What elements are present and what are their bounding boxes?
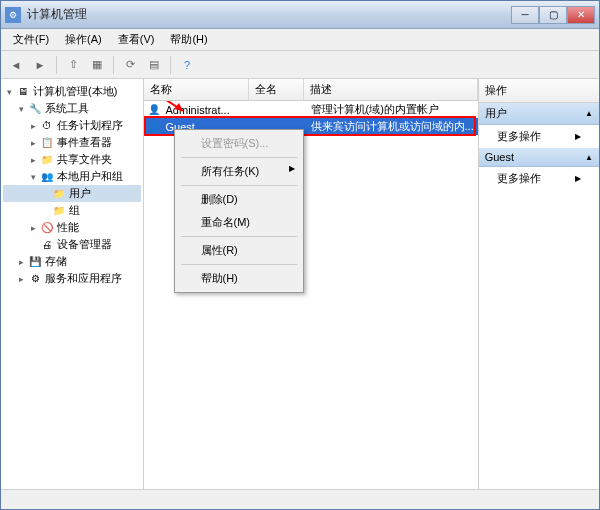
- maximize-button[interactable]: ▢: [539, 6, 567, 24]
- storage-icon: 💾: [27, 255, 43, 269]
- actions-group-guest[interactable]: Guest▲: [479, 148, 599, 167]
- actions-more-2[interactable]: 更多操作▶: [479, 167, 599, 190]
- list-header: 名称 全名 描述: [144, 79, 478, 101]
- chevron-right-icon: ▶: [575, 174, 581, 183]
- list-body[interactable]: 👤 Administrat... 管理计算机(域)的内置帐户 👤 Guest 供…: [144, 101, 478, 489]
- collapse-icon: ▲: [585, 153, 593, 162]
- tree-services[interactable]: ▸⚙服务和应用程序: [3, 270, 141, 287]
- refresh-button[interactable]: ⟳: [119, 54, 141, 76]
- perf-icon: 🚫: [39, 221, 55, 235]
- menu-help[interactable]: 帮助(H): [162, 30, 215, 49]
- tree-device-manager[interactable]: 🖨设备管理器: [3, 236, 141, 253]
- ctx-rename[interactable]: 重命名(M): [177, 211, 301, 234]
- tree-groups[interactable]: 📁组: [3, 202, 141, 219]
- toolbar: ◄ ► ⇧ ▦ ⟳ ▤ ?: [1, 51, 599, 79]
- menu-action[interactable]: 操作(A): [57, 30, 110, 49]
- menu-view[interactable]: 查看(V): [110, 30, 163, 49]
- help-button[interactable]: ?: [176, 54, 198, 76]
- body-panes: ▾🖥计算机管理(本地) ▾🔧系统工具 ▸⏱任务计划程序 ▸📋事件查看器 ▸📁共享…: [1, 79, 599, 489]
- chevron-right-icon: ▶: [575, 132, 581, 141]
- close-button[interactable]: ✕: [567, 6, 595, 24]
- toolbar-separator: [113, 56, 114, 74]
- ctx-separator: [181, 157, 297, 158]
- ctx-separator: [181, 264, 297, 265]
- tree-performance[interactable]: ▸🚫性能: [3, 219, 141, 236]
- ctx-delete[interactable]: 删除(D): [177, 188, 301, 211]
- ctx-all-tasks[interactable]: 所有任务(K)▶: [177, 160, 301, 183]
- clock-icon: ⏱: [39, 119, 55, 133]
- ctx-properties[interactable]: 属性(R): [177, 239, 301, 262]
- col-desc[interactable]: 描述: [304, 79, 478, 100]
- ctx-set-password[interactable]: 设置密码(S)...: [177, 132, 301, 155]
- app-icon: ⚙: [5, 7, 21, 23]
- ctx-help[interactable]: 帮助(H): [177, 267, 301, 290]
- tree-local-users[interactable]: ▾👥本地用户和组: [3, 168, 141, 185]
- users-icon: 👥: [39, 170, 55, 184]
- minimize-button[interactable]: ─: [511, 6, 539, 24]
- tree-task-scheduler[interactable]: ▸⏱任务计划程序: [3, 117, 141, 134]
- menu-file[interactable]: 文件(F): [5, 30, 57, 49]
- tree-root[interactable]: ▾🖥计算机管理(本地): [3, 83, 141, 100]
- forward-button[interactable]: ►: [29, 54, 51, 76]
- tree-event-viewer[interactable]: ▸📋事件查看器: [3, 134, 141, 151]
- col-name[interactable]: 名称: [144, 79, 249, 100]
- col-fullname[interactable]: 全名: [249, 79, 304, 100]
- toolbar-separator: [170, 56, 171, 74]
- ctx-separator: [181, 185, 297, 186]
- up-button[interactable]: ⇧: [62, 54, 84, 76]
- export-button[interactable]: ▤: [143, 54, 165, 76]
- ctx-separator: [181, 236, 297, 237]
- list-pane: 名称 全名 描述 👤 Administrat... 管理计算机(域)的内置帐户 …: [144, 79, 479, 489]
- folder-icon: 📁: [51, 204, 67, 218]
- tree-shared-folders[interactable]: ▸📁共享文件夹: [3, 151, 141, 168]
- actions-pane: 操作 用户▲ 更多操作▶ Guest▲ 更多操作▶: [479, 79, 599, 489]
- device-icon: 🖨: [39, 238, 55, 252]
- menubar: 文件(F) 操作(A) 查看(V) 帮助(H): [1, 29, 599, 51]
- tree-pane[interactable]: ▾🖥计算机管理(本地) ▾🔧系统工具 ▸⏱任务计划程序 ▸📋事件查看器 ▸📁共享…: [1, 79, 144, 489]
- submenu-arrow-icon: ▶: [289, 164, 295, 173]
- show-hide-button[interactable]: ▦: [86, 54, 108, 76]
- toolbar-separator: [56, 56, 57, 74]
- window-root: ⚙ 计算机管理 ─ ▢ ✕ 文件(F) 操作(A) 查看(V) 帮助(H) ◄ …: [0, 0, 600, 510]
- event-icon: 📋: [39, 136, 55, 150]
- actions-more-1[interactable]: 更多操作▶: [479, 125, 599, 148]
- computer-icon: 🖥: [15, 85, 31, 99]
- tree-storage[interactable]: ▸💾存储: [3, 253, 141, 270]
- statusbar: [1, 489, 599, 509]
- back-button[interactable]: ◄: [5, 54, 27, 76]
- window-buttons: ─ ▢ ✕: [511, 6, 595, 24]
- actions-header: 操作: [479, 79, 599, 103]
- window-title: 计算机管理: [27, 6, 511, 23]
- wrench-icon: 🔧: [27, 102, 43, 116]
- annotation-arrow: [144, 101, 198, 123]
- context-menu: 设置密码(S)... 所有任务(K)▶ 删除(D) 重命名(M) 属性(R) 帮…: [174, 129, 304, 293]
- services-icon: ⚙: [27, 272, 43, 286]
- collapse-icon: ▲: [585, 109, 593, 118]
- tree-system-tools[interactable]: ▾🔧系统工具: [3, 100, 141, 117]
- tree-users[interactable]: 📁用户: [3, 185, 141, 202]
- actions-group-users[interactable]: 用户▲: [479, 103, 599, 125]
- folder-icon: 📁: [39, 153, 55, 167]
- titlebar: ⚙ 计算机管理 ─ ▢ ✕: [1, 1, 599, 29]
- folder-icon: 📁: [51, 187, 67, 201]
